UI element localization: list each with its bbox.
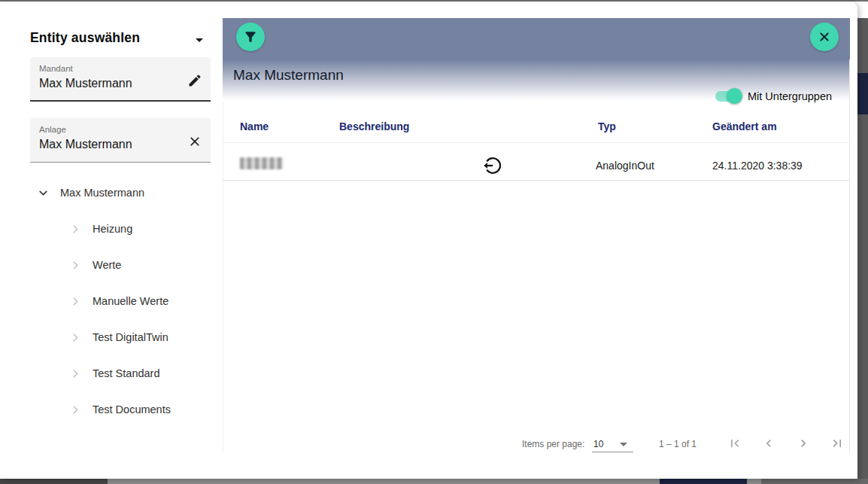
arrow-out-of-circle-left-icon: [481, 155, 502, 176]
anlage-clear-button[interactable]: [185, 132, 205, 151]
chevron-right-icon[interactable]: [68, 403, 82, 416]
funnel-icon: [243, 29, 258, 44]
anlage-field-label: Anlage: [39, 125, 66, 134]
chevron-right-icon[interactable]: [68, 258, 82, 272]
panel-left-edge: [223, 101, 223, 452]
sidebar-collapse-button[interactable]: [191, 32, 208, 48]
tree-node-label: Test Standard: [93, 367, 159, 379]
tree-node-label: Heizung: [93, 223, 132, 235]
x-clear-icon: [187, 134, 202, 149]
tree-node-label: Werte: [93, 259, 121, 271]
chevron-right-icon[interactable]: [68, 367, 82, 380]
chevron-down-icon[interactable]: [36, 186, 50, 199]
items-per-page-label: Items per page:: [522, 439, 584, 449]
close-icon: [816, 29, 833, 45]
tree-node-label: Max Mustermann: [60, 187, 144, 199]
table-header-divider: [223, 142, 850, 143]
chevron-left-icon: [761, 436, 776, 451]
table-row-divider: [223, 180, 850, 181]
pencil-icon: [187, 73, 202, 88]
tree-node-werte[interactable]: Werte: [68, 258, 121, 272]
tree-node-test-standard[interactable]: Test Standard: [68, 367, 159, 380]
chevron-right-icon[interactable]: [68, 330, 82, 344]
anlage-field[interactable]: Anlage Max Mustermann: [30, 118, 211, 163]
caret-down-icon: [196, 38, 203, 42]
last-page-button[interactable]: [828, 434, 846, 452]
subgroups-toggle-label: Mit Untergruppen: [748, 90, 832, 102]
chevron-right-icon[interactable]: [68, 294, 82, 308]
subgroups-toggle-thumb[interactable]: [727, 88, 742, 104]
mandant-field-value: Max Mustermann: [39, 77, 132, 90]
table-row[interactable]: [481, 155, 502, 176]
table-row-name-redacted[interactable]: [240, 157, 283, 169]
tree-node-label: Test Documents: [93, 403, 171, 416]
page-size-select[interactable]: 10: [593, 439, 603, 449]
window-frame-bottom-navy-block: [660, 479, 747, 484]
previous-page-button[interactable]: [760, 434, 778, 452]
column-header-name: Name: [240, 120, 269, 132]
table-cell-geaendert-am: 24.11.2020 3:38:39: [712, 160, 803, 172]
column-header-beschreibung: Beschreibung: [339, 120, 409, 132]
tree-node-manuelle-werte[interactable]: Manuelle Werte: [68, 294, 168, 308]
mandant-edit-button[interactable]: [185, 71, 205, 90]
table-cell-typ: AnalogInOut: [596, 160, 654, 172]
window-frame-bottom-gray: [747, 479, 761, 484]
first-page-icon: [727, 436, 742, 451]
page-size-select-underline: [592, 452, 633, 452]
close-button[interactable]: [810, 23, 839, 51]
filter-button[interactable]: [236, 23, 265, 51]
column-header-typ: Typ: [598, 120, 616, 132]
mandant-field[interactable]: Mandant Max Mustermann: [30, 57, 211, 102]
panel-title: Max Mustermann: [233, 67, 344, 84]
column-header-geaendert-am: Geändert am: [712, 120, 777, 132]
window-frame-right-navy-block: [857, 73, 868, 114]
mandant-field-label: Mandant: [39, 64, 73, 73]
first-page-button[interactable]: [726, 434, 744, 452]
bottom-scrollbar-thumb[interactable]: [0, 479, 108, 484]
bottom-scrollbar-track[interactable]: [108, 479, 660, 484]
tree-node-test-digitaltwin[interactable]: Test DigitalTwin: [68, 330, 168, 344]
panel-right-edge: [849, 59, 850, 452]
select-caret-icon[interactable]: [620, 443, 627, 446]
sidebar-title: Entity auswählen: [30, 30, 140, 46]
tree-node-label: Manuelle Werte: [93, 295, 168, 307]
paginator-range-label: 1 – 1 of 1: [659, 439, 697, 449]
tree-node-heizung[interactable]: Heizung: [68, 222, 132, 236]
tree-node-test-documents[interactable]: Test Documents: [68, 403, 171, 416]
anlage-field-value: Max Mustermann: [39, 138, 132, 151]
chevron-right-icon[interactable]: [68, 222, 82, 236]
panel-header-bar: [223, 18, 850, 59]
tree-node-root[interactable]: Max Mustermann: [36, 186, 144, 199]
tree-node-label: Test DigitalTwin: [93, 331, 168, 343]
chevron-right-icon: [796, 436, 811, 451]
last-page-icon: [830, 436, 845, 451]
next-page-button[interactable]: [794, 434, 812, 452]
window-frame-bottom-edge: [761, 479, 868, 484]
